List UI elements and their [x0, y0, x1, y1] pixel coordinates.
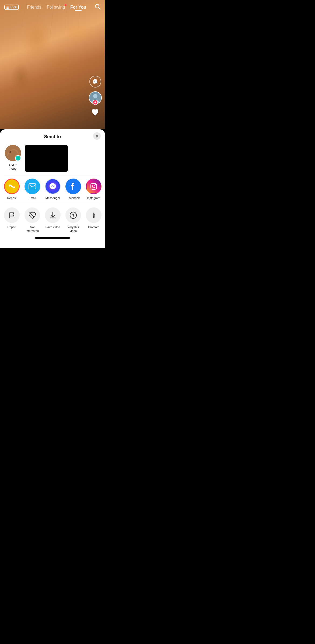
- divider-1: [4, 176, 101, 176]
- email-icon: [24, 179, 40, 194]
- notification-dot: [65, 4, 66, 6]
- save-video-label: Save video: [46, 225, 60, 229]
- search-button[interactable]: [94, 3, 101, 11]
- home-bar: [0, 235, 105, 240]
- top-navigation: LIVE Friends Following For You: [0, 0, 105, 13]
- share-instagram[interactable]: Instagram: [85, 179, 103, 200]
- promote-icon: [86, 207, 102, 223]
- story-row: + Add to Story: [0, 143, 105, 176]
- action-promote[interactable]: Promote: [85, 207, 103, 233]
- not-interested-icon: [24, 207, 40, 223]
- svg-rect-14: [91, 183, 97, 189]
- svg-line-6: [99, 8, 100, 9]
- share-email[interactable]: Email: [23, 179, 41, 200]
- not-interested-label: Not interested: [23, 225, 41, 233]
- tv-icon: [6, 6, 9, 9]
- action-why-this-video[interactable]: ? Why this video: [64, 207, 82, 233]
- share-repost[interactable]: Repost: [3, 179, 21, 200]
- repost-icon: [4, 179, 20, 194]
- live-button[interactable]: LIVE: [4, 5, 19, 10]
- svg-text:?: ?: [72, 213, 75, 218]
- action-save-video[interactable]: Save video: [44, 207, 62, 233]
- right-action-icons: +: [89, 76, 102, 119]
- action-report[interactable]: Report: [3, 207, 21, 233]
- report-icon: [4, 207, 20, 223]
- facebook-icon: [65, 179, 81, 194]
- action-not-interested[interactable]: Not interested: [23, 207, 41, 233]
- add-to-story-label: Add to Story: [9, 163, 17, 171]
- tab-friends[interactable]: Friends: [27, 5, 41, 10]
- promote-label: Promote: [88, 225, 99, 229]
- svg-line-17: [30, 213, 34, 217]
- creator-avatar[interactable]: +: [89, 91, 102, 104]
- why-this-video-label: Why this video: [64, 225, 82, 233]
- add-to-story-item[interactable]: + Add to Story: [4, 145, 22, 172]
- share-facebook[interactable]: Facebook: [64, 179, 82, 200]
- why-this-video-icon: ?: [65, 207, 81, 223]
- divider-2: [4, 204, 101, 204]
- nav-tabs: Friends Following For You: [27, 5, 86, 10]
- ghost-button[interactable]: [89, 76, 101, 88]
- share-apps-row: Repost Email Messenger: [0, 177, 105, 204]
- email-label: Email: [29, 196, 36, 200]
- action-items-row: Report Not interested Save video: [0, 206, 105, 235]
- story-plus-icon: +: [15, 155, 21, 161]
- svg-rect-20: [93, 216, 94, 218]
- close-button[interactable]: ✕: [93, 132, 101, 140]
- follow-button[interactable]: +: [93, 100, 98, 105]
- svg-point-8: [96, 81, 97, 82]
- instagram-icon: [86, 179, 102, 194]
- save-video-icon: [45, 207, 61, 223]
- svg-rect-13: [29, 184, 36, 189]
- svg-point-15: [92, 185, 95, 188]
- video-preview: [25, 145, 68, 172]
- sheet-header: Send to ✕: [0, 129, 105, 143]
- like-button[interactable]: [91, 108, 100, 119]
- messenger-label: Messenger: [46, 196, 60, 200]
- share-messenger[interactable]: Messenger: [44, 179, 62, 200]
- svg-point-7: [94, 81, 95, 82]
- messenger-icon: [45, 179, 61, 194]
- live-label: LIVE: [10, 6, 17, 9]
- home-indicator: [35, 237, 70, 239]
- repost-label: Repost: [7, 196, 17, 200]
- facebook-label: Facebook: [67, 196, 80, 200]
- sheet-title: Send to: [44, 134, 61, 140]
- report-label: Report: [7, 225, 16, 229]
- tab-for-you[interactable]: For You: [70, 5, 86, 10]
- send-to-sheet: Send to ✕ + Add to Story: [0, 129, 105, 248]
- svg-point-16: [95, 184, 96, 185]
- tab-following[interactable]: Following: [47, 5, 65, 10]
- instagram-label: Instagram: [87, 196, 100, 200]
- video-background: LIVE Friends Following For You: [0, 0, 105, 129]
- svg-point-10: [93, 94, 97, 98]
- add-to-story-avatar: +: [5, 145, 21, 161]
